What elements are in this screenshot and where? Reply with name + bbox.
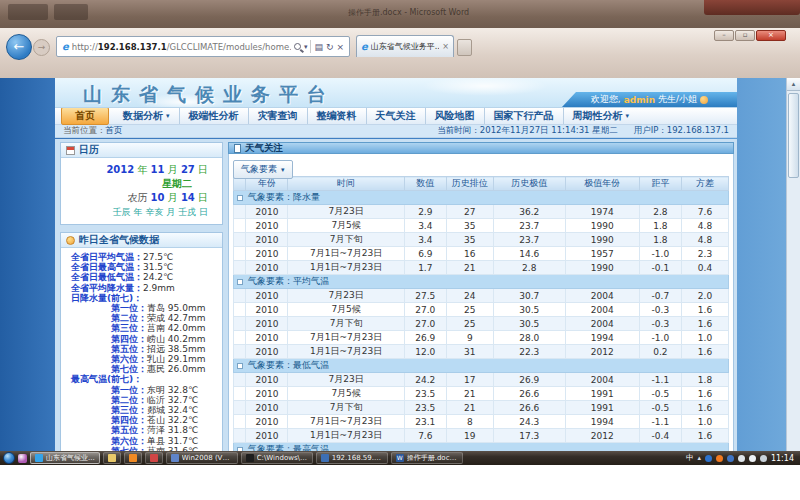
tab-close-icon[interactable]: ×: [442, 42, 449, 51]
taskbar-rdp-window[interactable]: 192.168.59.99...: [316, 452, 388, 464]
taskbar-cmd-window[interactable]: C:\Windows\s...: [241, 452, 313, 464]
clock[interactable]: 11:14: [771, 454, 794, 463]
table-cell: 8: [446, 415, 493, 429]
compatibility-icon[interactable]: ▤: [314, 42, 323, 52]
table-cell: 27.0: [404, 317, 446, 331]
network-icon[interactable]: [738, 455, 745, 462]
taskbar-explorer[interactable]: [103, 452, 121, 464]
rank-row: 第二位：荣成 42.7mm: [61, 313, 222, 323]
table-cell: -1.0: [639, 331, 681, 345]
calendar-icon: [66, 146, 75, 155]
section-checkbox[interactable]: [237, 363, 243, 369]
table-cell: 1957: [565, 247, 639, 261]
table-cell: 7月23日: [288, 205, 404, 219]
vertical-scrollbar[interactable]: ▴: [786, 78, 800, 451]
table-cell: 2.8: [493, 261, 565, 275]
table-row: 20107月1日~7月23日23.1824.31994-1.11.0: [234, 415, 729, 429]
table-cell: 23.7: [493, 233, 565, 247]
pinned-app-icon[interactable]: [18, 454, 27, 463]
table-row: 20107月1日~7月23日6.91614.61957-1.02.3: [234, 247, 729, 261]
nav-item-data-analysis[interactable]: 数据分析▾: [114, 108, 180, 124]
col-header: 数值: [404, 177, 446, 191]
rank-value: 临沂 32.7℃: [147, 395, 198, 405]
start-button[interactable]: [3, 452, 15, 464]
table-cell: 1.8: [639, 233, 681, 247]
table-cell: 2010: [246, 219, 288, 233]
col-header: 历史极值: [493, 177, 565, 191]
rank-section-title: 日降水量(前七)：: [61, 293, 222, 303]
nav-item-compiled-data[interactable]: 整编资料: [308, 108, 367, 124]
row-checkbox-cell: [234, 331, 246, 345]
main-panel-body: 气象要素▾ 年份时间数值历史排位历史极值极值年份距平方差 气象要素：降水量201…: [228, 154, 734, 451]
forward-button[interactable]: →: [33, 39, 50, 56]
rank-row: 第一位：东明 32.8℃: [61, 385, 222, 395]
ime-indicator[interactable]: 中: [686, 453, 694, 463]
speaker-icon[interactable]: [760, 455, 767, 462]
taskbar-app-orange-icon: [129, 454, 137, 462]
divider: [310, 40, 311, 53]
chevron-down-icon[interactable]: ▾: [304, 43, 308, 51]
table-cell: 22.3: [493, 345, 565, 359]
nav-item-periodic-analysis[interactable]: 周期性分析▾: [564, 108, 639, 124]
nav-item-risk-map[interactable]: 风险地图: [426, 108, 485, 124]
sogou-icon[interactable]: [716, 455, 723, 462]
browser-tab[interactable]: e 山东省气候业务平... ×: [356, 35, 454, 57]
nav-item-weather-focus[interactable]: 天气关注: [367, 108, 426, 124]
stat-row: 全省日最低气温：24.2℃: [61, 272, 222, 282]
taskbar-ie-window[interactable]: 山东省气候业...: [30, 452, 100, 464]
table-cell: 1.6: [681, 303, 728, 317]
table-cell: 27.5: [404, 289, 446, 303]
current-time: 当前时间：2012年11月27日 11:14:31 星期二: [437, 125, 617, 137]
table-cell: 24.2: [404, 373, 446, 387]
scroll-up-icon[interactable]: ▴: [787, 78, 800, 91]
new-tab-button[interactable]: [457, 39, 472, 56]
table-row: 20107月23日27.52430.72004-0.72.0: [234, 289, 729, 303]
nav-item-disaster-query[interactable]: 灾害查询: [249, 108, 308, 124]
back-button[interactable]: ←: [6, 34, 32, 60]
rank-label: 第五位：: [111, 425, 147, 435]
table-cell: 1.0: [681, 331, 728, 345]
nav-item-label: 数据分析: [123, 109, 163, 123]
scrollbar-thumb[interactable]: [788, 93, 799, 178]
refresh-icon[interactable]: ↻: [326, 42, 334, 52]
search-icon[interactable]: [294, 43, 301, 50]
ie-icon: e: [62, 41, 69, 52]
col-header: 方差: [681, 177, 728, 191]
site-container: 山东省气候业务平台 欢迎您, admin 先生/小姐 首页数据分析▾极端性分析灾…: [55, 78, 737, 451]
nav-item-extreme-analysis[interactable]: 极端性分析: [180, 108, 249, 124]
close-button[interactable]: ×: [756, 30, 786, 41]
rank-label: 第五位：: [111, 344, 147, 354]
table-cell: 2010: [246, 233, 288, 247]
section-checkbox[interactable]: [237, 195, 243, 201]
table-cell: 7.6: [681, 205, 728, 219]
nav-item-home[interactable]: 首页: [61, 107, 109, 125]
nav-item-national-products[interactable]: 国家下行产品: [485, 108, 564, 124]
taskbar-app-media[interactable]: [145, 452, 163, 464]
row-checkbox-cell: [234, 261, 246, 275]
calendar-panel: 日历 2012 年 11 月 27 日 星期二 农历 10 月 14 日 壬辰 …: [60, 142, 223, 225]
address-bar[interactable]: e http://192.168.137.1/GLCCLIMATE/module…: [56, 36, 350, 57]
taskbar-word-doc[interactable]: W操作手册.docx ...: [391, 452, 463, 464]
taskbar-app-orange[interactable]: [124, 452, 142, 464]
message-icon[interactable]: [749, 455, 756, 462]
section-checkbox[interactable]: [237, 279, 243, 285]
row-checkbox-cell: [234, 401, 246, 415]
rank-label: 第一位：: [111, 303, 147, 313]
flag-icon[interactable]: [727, 455, 734, 462]
table-row: 20107月23日24.21726.92004-1.11.8: [234, 373, 729, 387]
taskbar-vm-window[interactable]: Win2008 (VS2...: [166, 452, 238, 464]
table-section-row: 气象要素：最低气温: [234, 359, 729, 373]
table-row: 20101月1日~7月23日1.7212.81990-0.10.4: [234, 261, 729, 275]
caret-up-icon[interactable]: ▴: [697, 454, 701, 462]
calendar-token: 月: [168, 192, 178, 203]
globe-icon[interactable]: [705, 455, 712, 462]
rank-label: 第二位：: [111, 313, 147, 323]
minimize-button[interactable]: –: [714, 30, 734, 41]
table-cell: 21: [446, 387, 493, 401]
calendar-token: 日: [198, 192, 208, 203]
row-checkbox-cell: [234, 387, 246, 401]
stop-icon[interactable]: ×: [336, 42, 344, 52]
maximize-button[interactable]: ▫: [735, 30, 755, 41]
table-cell: 26.6: [493, 387, 565, 401]
taskbar-explorer-icon: [108, 454, 116, 462]
